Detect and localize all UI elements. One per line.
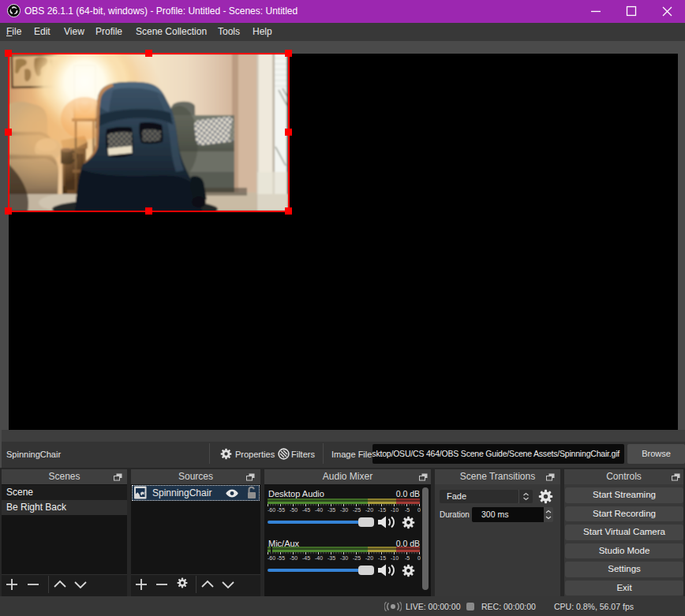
svg-text:-5: -5 <box>405 507 410 513</box>
svg-text:-50: -50 <box>290 555 298 561</box>
svg-text:-40: -40 <box>315 555 323 561</box>
svg-text:-35: -35 <box>328 507 335 513</box>
svg-text:-25: -25 <box>353 555 361 561</box>
svg-text:-20: -20 <box>365 555 373 561</box>
svg-text:-10: -10 <box>391 555 399 561</box>
svg-text:-25: -25 <box>353 507 361 513</box>
svg-text:-50: -50 <box>290 507 298 513</box>
svg-text:-20: -20 <box>365 507 373 513</box>
svg-text:-15: -15 <box>378 507 386 513</box>
svg-text:-30: -30 <box>340 555 348 561</box>
svg-text:-5: -5 <box>405 555 410 561</box>
svg-text:-55: -55 <box>277 507 285 513</box>
svg-text:-10: -10 <box>391 507 399 513</box>
svg-text:-60: -60 <box>268 507 275 513</box>
svg-text:-15: -15 <box>378 555 386 561</box>
svg-text:-40: -40 <box>315 507 323 513</box>
svg-text:-30: -30 <box>340 507 348 513</box>
svg-text:-55: -55 <box>277 555 285 561</box>
svg-text:-60: -60 <box>268 555 275 561</box>
svg-text:0: 0 <box>417 555 421 561</box>
svg-text:-45: -45 <box>302 507 310 513</box>
svg-text:0: 0 <box>417 507 421 513</box>
svg-text:-35: -35 <box>328 555 335 561</box>
svg-text:-45: -45 <box>302 555 310 561</box>
